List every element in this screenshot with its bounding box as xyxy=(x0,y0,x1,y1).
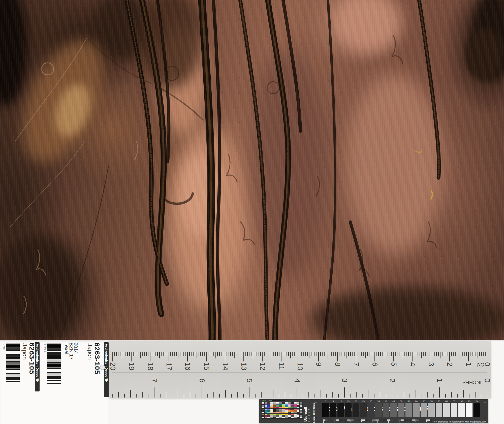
gray-patch xyxy=(345,403,352,417)
depot-name: Archeologisch Depot NH xyxy=(105,344,108,382)
ruler: 20191817161514131211109876543210CM765432… xyxy=(109,341,491,398)
mm-tick xyxy=(407,419,407,421)
barcode-bar xyxy=(6,369,20,370)
checker-patch xyxy=(300,410,302,412)
barcode-bar xyxy=(47,347,61,349)
barcode-bar xyxy=(6,381,20,382)
mm-tick xyxy=(340,419,340,422)
cm-tick xyxy=(223,352,223,356)
cm-tick xyxy=(273,352,274,356)
checker-patch xyxy=(267,412,270,413)
mm-tick xyxy=(386,419,386,421)
mm-tick xyxy=(324,419,325,421)
cm-tick xyxy=(142,352,143,356)
checker-patch xyxy=(297,407,300,409)
mm-tick xyxy=(375,419,375,421)
cm-tick xyxy=(135,352,135,356)
inch-tick xyxy=(124,394,125,398)
cm-tick xyxy=(279,352,279,356)
checker-patch xyxy=(285,409,288,410)
cm-tick xyxy=(333,352,334,356)
checker-patch xyxy=(297,417,300,418)
barcode-number: 57963 xyxy=(44,344,47,353)
gray-patch xyxy=(330,403,336,417)
checker-patch xyxy=(265,405,267,407)
mm-tick xyxy=(399,419,399,423)
cm-tick xyxy=(243,352,244,361)
fabric-salmon-center xyxy=(169,126,247,308)
gray-label: 15 xyxy=(345,400,352,403)
cm-tick xyxy=(230,352,231,356)
cm-tick xyxy=(172,352,173,356)
mm-tick xyxy=(427,419,428,421)
checker-patch xyxy=(262,414,264,415)
cm-tick xyxy=(408,352,409,356)
barcode-bar xyxy=(6,356,20,358)
mm-tick xyxy=(397,419,397,421)
checker-patch xyxy=(265,407,267,409)
checker-patch xyxy=(262,417,264,418)
cm-tick xyxy=(470,352,470,356)
inch-tick xyxy=(445,394,446,398)
barcode-bar xyxy=(47,361,61,361)
cm-tick xyxy=(384,352,384,358)
inch-tick xyxy=(184,394,184,398)
checker-patch xyxy=(273,405,276,407)
cm-tick xyxy=(466,352,467,356)
cm-number: 18 xyxy=(146,362,154,370)
cm-tick xyxy=(232,352,233,356)
mm-tick xyxy=(408,419,408,421)
cm-tick xyxy=(373,352,373,356)
checker-patch xyxy=(291,412,294,413)
checker-patch xyxy=(270,415,273,417)
barcode-bar xyxy=(6,345,20,346)
cm-tick xyxy=(446,352,446,356)
barcode-bar xyxy=(6,373,20,374)
checker-patch xyxy=(265,417,267,418)
barcode-bar xyxy=(6,362,20,363)
cm-number: 14 xyxy=(221,362,229,370)
mm-tick xyxy=(394,419,394,422)
checker-patch xyxy=(288,404,291,405)
checker-patch xyxy=(300,402,302,404)
inch-tick xyxy=(338,394,339,398)
mm-tick xyxy=(327,419,327,421)
mm-tick xyxy=(331,419,331,421)
mm-tick xyxy=(421,419,421,423)
cm-tick xyxy=(406,352,407,356)
barcode-bar xyxy=(47,356,61,357)
cm-tick xyxy=(395,352,396,356)
checker-patch xyxy=(267,417,270,418)
barcode-bar xyxy=(47,362,61,363)
cm-tick xyxy=(386,352,386,356)
barcode-bar xyxy=(47,371,61,371)
checker-patch xyxy=(291,415,294,417)
inch-tick xyxy=(285,392,285,398)
barcode-bar xyxy=(6,363,20,364)
checker-patch xyxy=(267,402,270,404)
checker-patch xyxy=(276,407,279,409)
checker-patch xyxy=(276,409,279,410)
cm-number: 19 xyxy=(127,362,136,370)
cm-tick xyxy=(376,352,377,356)
barcode-bar xyxy=(47,350,61,351)
mm-tick xyxy=(363,419,364,421)
cm-tick xyxy=(275,352,276,356)
gray-patch xyxy=(398,403,404,417)
inch-tick xyxy=(344,387,345,398)
checker-patch xyxy=(276,412,279,413)
cm-tick xyxy=(195,352,195,356)
colorchecker-grid xyxy=(261,402,303,419)
barcode-bar xyxy=(47,370,61,370)
cm-tick xyxy=(420,352,420,356)
gray-label: 50 xyxy=(398,400,404,403)
cm-tick xyxy=(221,352,222,356)
checker-patch xyxy=(291,409,294,410)
cm-tick xyxy=(174,352,175,356)
munsell-grid-icon xyxy=(304,418,307,421)
cm-tick xyxy=(287,352,287,356)
cm-tick xyxy=(352,352,353,356)
checker-patch xyxy=(291,405,294,407)
checker-patch xyxy=(291,414,294,415)
mm-tick xyxy=(391,419,391,421)
